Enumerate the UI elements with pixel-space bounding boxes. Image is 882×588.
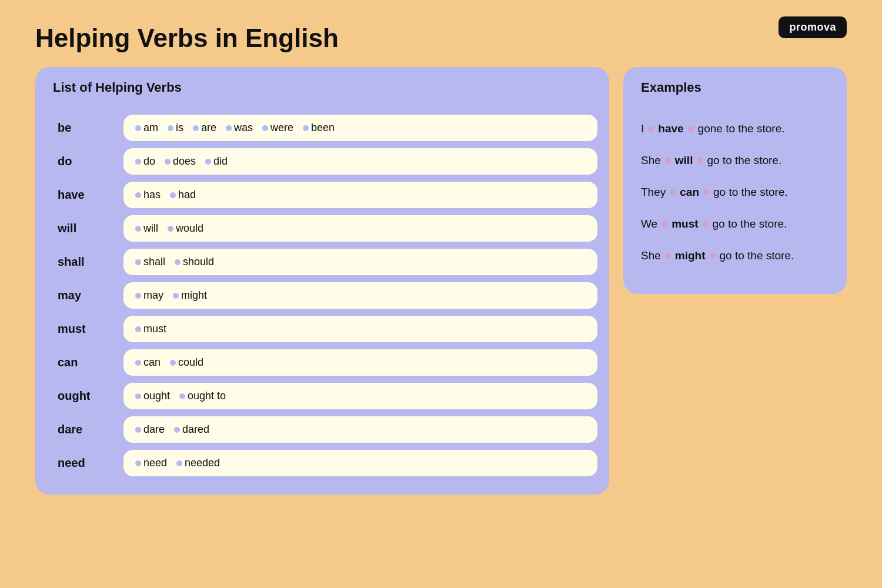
verb-label: need <box>47 449 123 477</box>
form-text: could <box>178 356 203 369</box>
form-text: may <box>143 289 163 302</box>
form-item: should <box>175 256 214 268</box>
form-text: has <box>143 189 161 201</box>
form-item: dared <box>174 423 209 436</box>
form-text: are <box>201 122 216 134</box>
form-item: may <box>135 289 163 302</box>
example-dot-right <box>703 221 709 227</box>
form-item: was <box>226 122 253 134</box>
form-item: were <box>262 122 293 134</box>
bullet-dot <box>303 125 309 131</box>
bullet-dot <box>135 125 141 131</box>
example-before: We <box>641 218 657 230</box>
example-dot-left <box>665 253 671 259</box>
form-text: dare <box>143 423 165 436</box>
example-verb: must <box>671 218 698 230</box>
form-text: does <box>173 155 196 168</box>
bullet-dot <box>205 159 211 165</box>
verb-label: do <box>47 148 123 175</box>
form-text: would <box>176 222 203 235</box>
form-item: needed <box>176 457 220 469</box>
form-text: am <box>143 122 158 134</box>
form-text: dared <box>182 423 209 436</box>
form-item: ought <box>135 390 170 402</box>
bullet-dot <box>135 192 141 198</box>
bullet-dot <box>135 159 141 165</box>
verb-label: must <box>47 315 123 343</box>
verb-rows: beamisarewaswerebeendododoesdidhavehasha… <box>35 108 609 483</box>
form-item: must <box>135 323 166 335</box>
bullet-dot <box>165 159 171 165</box>
form-text: shall <box>143 256 165 268</box>
bullet-dot <box>176 460 182 466</box>
main-content: List of Helping Verbs beamisarewaswerebe… <box>0 67 882 495</box>
form-item: had <box>170 189 196 201</box>
bullet-dot <box>175 259 181 265</box>
example-verb: have <box>658 122 683 135</box>
form-text: need <box>143 457 167 469</box>
form-text: needed <box>185 457 220 469</box>
form-text: do <box>143 155 155 168</box>
example-item: They can go to the store. <box>641 178 829 207</box>
verb-label: have <box>47 181 123 209</box>
example-item: She might go to the store. <box>641 241 829 270</box>
form-item: has <box>135 189 161 201</box>
verb-forms: dodoesdid <box>123 148 597 175</box>
example-before: They <box>641 186 666 199</box>
example-dot-left <box>662 221 667 227</box>
form-text: was <box>234 122 253 134</box>
verb-label: may <box>47 282 123 309</box>
form-text: can <box>143 356 161 369</box>
bullet-dot <box>135 259 141 265</box>
example-after: go to the store. <box>707 154 781 167</box>
form-item: am <box>135 122 158 134</box>
table-row: shallshallshould <box>47 248 597 276</box>
form-item: did <box>205 155 228 168</box>
table-row: beamisarewaswerebeen <box>47 114 597 142</box>
promova-logo: promova <box>779 16 847 38</box>
table-row: cancancould <box>47 349 597 376</box>
form-item: is <box>168 122 183 134</box>
form-item: can <box>135 356 161 369</box>
left-panel-title: List of Helping Verbs <box>53 80 182 95</box>
right-panel-header: Examples <box>623 67 847 108</box>
verb-forms: oughtought to <box>123 383 597 409</box>
right-panel: Examples I have gone to the store.She wi… <box>623 67 847 294</box>
table-row: willwillwould <box>47 215 597 242</box>
left-panel-header: List of Helping Verbs <box>35 67 609 108</box>
example-after: go to the store. <box>713 186 788 199</box>
form-text: had <box>178 189 196 201</box>
bullet-dot <box>174 427 180 433</box>
example-dot-right <box>703 189 709 195</box>
table-row: oughtoughtought to <box>47 382 597 410</box>
bullet-dot <box>135 393 141 399</box>
example-dot-left <box>670 189 676 195</box>
example-after: go to the store. <box>720 249 794 262</box>
bullet-dot <box>135 460 141 466</box>
table-row: havehashad <box>47 181 597 209</box>
form-item: need <box>135 457 167 469</box>
form-item: are <box>193 122 216 134</box>
verb-forms: must <box>123 316 597 342</box>
example-before: I <box>641 122 644 135</box>
verb-label: shall <box>47 248 123 276</box>
bullet-dot <box>135 427 141 433</box>
verb-forms: daredared <box>123 416 597 443</box>
form-item: do <box>135 155 155 168</box>
verb-forms: needneeded <box>123 450 597 476</box>
left-panel: List of Helping Verbs beamisarewaswerebe… <box>35 67 609 495</box>
form-item: does <box>165 155 196 168</box>
form-item: shall <box>135 256 165 268</box>
form-text: will <box>143 222 158 235</box>
example-after: gone to the store. <box>698 122 785 135</box>
example-before: She <box>641 249 661 262</box>
page-title: Helping Verbs in English <box>0 0 882 67</box>
verb-forms: hashad <box>123 182 597 208</box>
table-row: daredaredared <box>47 416 597 443</box>
form-item: been <box>303 122 335 134</box>
example-verb: can <box>680 186 699 199</box>
verb-forms: willwould <box>123 215 597 242</box>
form-item: will <box>135 222 158 235</box>
form-text: were <box>270 122 293 134</box>
bullet-dot <box>135 293 141 299</box>
